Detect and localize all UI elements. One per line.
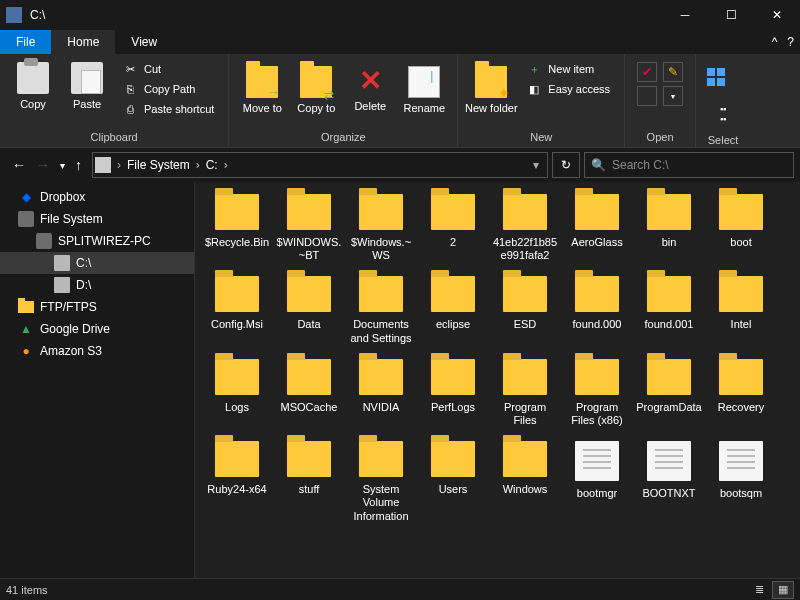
sidebar-item[interactable]: D:\ <box>0 274 194 296</box>
edit-button[interactable]: ✎ <box>663 62 683 82</box>
folder-item[interactable]: Intel <box>707 276 775 344</box>
sidebar-item[interactable]: Google Drive <box>0 318 194 340</box>
item-label: Users <box>439 483 468 496</box>
folder-item[interactable]: $Windows.~WS <box>347 194 415 262</box>
copy-path-button[interactable]: ⎘Copy Path <box>118 80 218 98</box>
address-sep[interactable]: › <box>115 158 123 172</box>
folder-item[interactable]: Program Files (x86) <box>563 359 631 427</box>
tab-home[interactable]: Home <box>51 30 115 54</box>
folder-icon <box>287 359 331 395</box>
folder-item[interactable]: found.001 <box>635 276 703 344</box>
item-label: Program Files (x86) <box>564 401 630 427</box>
folder-item[interactable]: AeroGlass <box>563 194 631 262</box>
folder-item[interactable]: boot <box>707 194 775 262</box>
back-button[interactable]: ← <box>12 157 26 173</box>
folder-item[interactable]: Config.Msi <box>203 276 271 344</box>
refresh-button[interactable]: ↻ <box>552 152 580 178</box>
folder-item[interactable]: Users <box>419 441 487 523</box>
folder-item[interactable]: Documents and Settings <box>347 276 415 344</box>
folder-icon <box>647 276 691 312</box>
view-details-button[interactable]: ≣ <box>748 581 770 599</box>
document-icon <box>719 441 763 481</box>
folder-item[interactable]: ESD <box>491 276 559 344</box>
minimize-button[interactable]: ─ <box>662 0 708 30</box>
titlebar: C:\ ─ ☐ ✕ <box>0 0 800 30</box>
paste-shortcut-button[interactable]: ⎙Paste shortcut <box>118 100 218 118</box>
properties-button[interactable]: ✔ <box>637 62 657 82</box>
tab-view[interactable]: View <box>115 30 173 54</box>
folder-item[interactable]: found.000 <box>563 276 631 344</box>
file-item[interactable]: bootmgr <box>563 441 631 523</box>
folder-item[interactable]: Ruby24-x64 <box>203 441 271 523</box>
folder-item[interactable]: Recovery <box>707 359 775 427</box>
folder-item[interactable]: Logs <box>203 359 271 427</box>
sidebar-item[interactable]: Dropbox <box>0 186 194 208</box>
folder-item[interactable]: ProgramData <box>635 359 703 427</box>
sidebar-item[interactable]: SPLITWIREZ-PC <box>0 230 194 252</box>
folder-item[interactable]: 41eb22f1b85e991fafa2 <box>491 194 559 262</box>
item-label: 41eb22f1b85e991fafa2 <box>492 236 558 262</box>
sidebar-item[interactable]: Amazon S3 <box>0 340 194 362</box>
folder-item[interactable]: System Volume Information <box>347 441 415 523</box>
paste-icon <box>71 62 103 94</box>
folder-s-icon <box>18 301 34 313</box>
easy-access-button[interactable]: ◧Easy access <box>522 80 614 98</box>
sidebar-item-label: SPLITWIREZ-PC <box>58 234 151 248</box>
open-button[interactable] <box>637 86 657 106</box>
folder-item[interactable]: $Recycle.Bin <box>203 194 271 262</box>
forward-button[interactable]: → <box>36 157 50 173</box>
up-button[interactable]: ↑ <box>75 157 82 173</box>
new-folder-label: New folder <box>465 102 518 114</box>
select-all-button[interactable]: ▪▪▪▪ <box>702 58 744 128</box>
rename-button[interactable]: Rename <box>397 58 451 118</box>
delete-button[interactable]: ✕Delete <box>343 58 397 116</box>
sidebar-item[interactable]: FTP/FTPS <box>0 296 194 318</box>
item-label: $Windows.~WS <box>348 236 414 262</box>
folder-item[interactable]: eclipse <box>419 276 487 344</box>
folder-item[interactable]: stuff <box>275 441 343 523</box>
folder-item[interactable]: Program Files <box>491 359 559 427</box>
collapse-ribbon-icon[interactable]: ^ <box>772 35 778 49</box>
help-icon[interactable]: ? <box>787 35 794 49</box>
view-icons-button[interactable]: ▦ <box>772 581 794 599</box>
folder-item[interactable]: Data <box>275 276 343 344</box>
file-item[interactable]: bootsqm <box>707 441 775 523</box>
search-bar[interactable]: 🔍 <box>584 152 794 178</box>
sidebar-item[interactable]: C:\ <box>0 252 194 274</box>
address-seg-1[interactable]: C: <box>202 158 222 172</box>
folder-icon <box>287 276 331 312</box>
folder-item[interactable]: PerfLogs <box>419 359 487 427</box>
folder-icon <box>431 276 475 312</box>
sidebar-item[interactable]: File System <box>0 208 194 230</box>
folder-icon <box>647 194 691 230</box>
folder-item[interactable]: NVIDIA <box>347 359 415 427</box>
file-item[interactable]: BOOTNXT <box>635 441 703 523</box>
address-bar[interactable]: › File System › C: › ▾ <box>92 152 548 178</box>
close-button[interactable]: ✕ <box>754 0 800 30</box>
paste-button[interactable]: Paste <box>60 58 114 114</box>
copy-button[interactable]: Copy <box>6 58 60 114</box>
paste-shortcut-icon: ⎙ <box>122 102 138 116</box>
address-dropdown[interactable]: ▾ <box>527 158 545 172</box>
search-input[interactable] <box>612 158 787 172</box>
folder-item[interactable]: MSOCache <box>275 359 343 427</box>
item-label: found.001 <box>645 318 694 331</box>
new-item-button[interactable]: ＋New item <box>522 60 614 78</box>
cut-button[interactable]: ✂Cut <box>118 60 218 78</box>
new-item-icon: ＋ <box>526 62 542 76</box>
address-sep[interactable]: › <box>222 158 230 172</box>
copy-to-button[interactable]: Copy to <box>289 58 343 118</box>
move-to-button[interactable]: Move to <box>235 58 289 118</box>
folder-item[interactable]: bin <box>635 194 703 262</box>
new-folder-button[interactable]: New folder <box>464 58 518 118</box>
address-seg-0[interactable]: File System <box>123 158 194 172</box>
folder-item[interactable]: Windows <box>491 441 559 523</box>
tab-file[interactable]: File <box>0 30 51 54</box>
recent-locations-button[interactable]: ▾ <box>60 160 65 171</box>
history-button[interactable]: ▾ <box>663 86 683 106</box>
folder-item[interactable]: 2 <box>419 194 487 262</box>
folder-item[interactable]: $WINDOWS.~BT <box>275 194 343 262</box>
maximize-button[interactable]: ☐ <box>708 0 754 30</box>
address-sep[interactable]: › <box>194 158 202 172</box>
navbar: ← → ▾ ↑ › File System › C: › ▾ ↻ 🔍 <box>0 148 800 182</box>
